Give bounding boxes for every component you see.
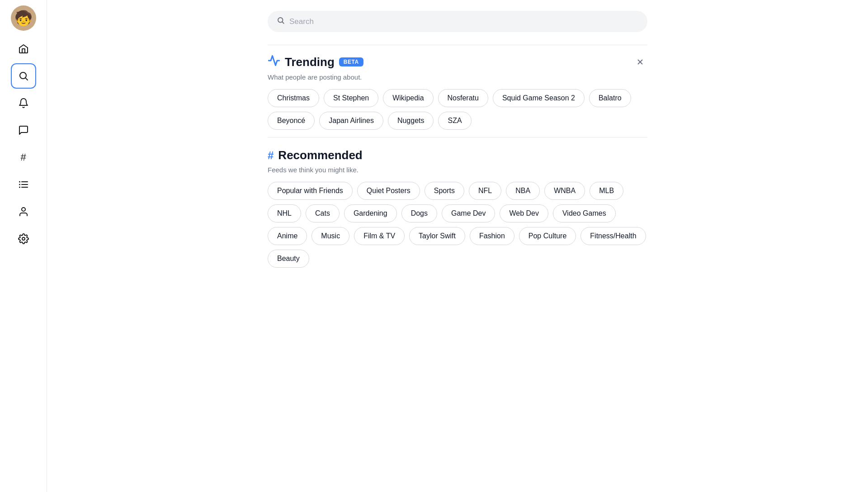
recommended-tag[interactable]: Film & TV <box>354 227 405 245</box>
trending-tag[interactable]: Wikipedia <box>383 89 433 107</box>
trending-tag[interactable]: Nuggets <box>388 112 434 130</box>
trending-tag[interactable]: Beyoncé <box>268 112 315 130</box>
svg-point-0 <box>20 72 26 79</box>
trending-tag[interactable]: Balatro <box>589 89 631 107</box>
trending-header: Trending BETA <box>268 54 647 70</box>
trending-tag[interactable]: Squid Game Season 2 <box>493 89 585 107</box>
recommended-tag[interactable]: Pop Culture <box>519 227 576 245</box>
trending-title-wrap: Trending BETA <box>268 54 363 70</box>
trending-tag[interactable]: Nosferatu <box>438 89 488 107</box>
sidebar-item-settings[interactable] <box>11 226 36 251</box>
recommended-tag[interactable]: Cats <box>306 204 340 222</box>
trending-tag[interactable]: Christmas <box>268 89 319 107</box>
recommended-tag[interactable]: MLB <box>590 182 623 200</box>
trending-tag[interactable]: St Stephen <box>324 89 378 107</box>
sidebar-item-home[interactable] <box>11 36 36 62</box>
sidebar-item-feeds[interactable]: # <box>11 145 36 170</box>
recommended-tag[interactable]: Dogs <box>401 204 437 222</box>
svg-line-1 <box>25 78 27 80</box>
recommended-tag[interactable]: NHL <box>268 204 301 222</box>
svg-point-6 <box>19 184 20 185</box>
sidebar-item-messages[interactable] <box>11 118 36 143</box>
trending-wave-icon <box>268 54 280 70</box>
svg-point-5 <box>19 181 20 183</box>
content-panel: Search Trending BETA <box>268 0 647 286</box>
search-bar[interactable]: Search <box>268 11 647 32</box>
recommended-tag[interactable]: Quiet Posters <box>357 182 420 200</box>
recommended-tag[interactable]: Fashion <box>470 227 514 245</box>
recommended-tag[interactable]: Gardening <box>344 204 397 222</box>
recommended-tag[interactable]: Beauty <box>268 250 309 268</box>
sidebar-item-profile[interactable] <box>11 199 36 224</box>
trending-tag[interactable]: Japan Airlines <box>319 112 383 130</box>
recommended-tag[interactable]: Web Dev <box>500 204 548 222</box>
trending-tag[interactable]: SZA <box>438 112 471 130</box>
recommended-tag[interactable]: Anime <box>268 227 307 245</box>
recommended-tags: Popular with FriendsQuiet PostersSportsN… <box>268 182 647 268</box>
svg-line-11 <box>282 22 283 23</box>
recommended-tag[interactable]: Music <box>311 227 349 245</box>
recommended-header: # Recommended <box>268 148 647 162</box>
sidebar-item-lists[interactable] <box>11 172 36 197</box>
recommended-tag[interactable]: Sports <box>425 182 464 200</box>
trending-description: What people are posting about. <box>268 73 647 81</box>
recommended-title-wrap: # Recommended <box>268 148 363 162</box>
recommended-tag[interactable]: Game Dev <box>442 204 495 222</box>
recommended-tag[interactable]: NBA <box>506 182 540 200</box>
recommended-section: # Recommended Feeds we think you might l… <box>268 137 647 275</box>
search-placeholder: Search <box>289 17 314 26</box>
recommended-tag[interactable]: Fitness/Health <box>580 227 646 245</box>
search-icon <box>277 16 285 27</box>
svg-point-7 <box>19 187 20 188</box>
trending-title: Trending <box>285 55 335 69</box>
recommended-tag[interactable]: Taylor Swift <box>409 227 465 245</box>
trending-section: Trending BETA What people are posting ab… <box>268 45 647 137</box>
recommended-title: Recommended <box>278 148 362 162</box>
hash-icon: # <box>268 149 274 162</box>
sidebar-item-search[interactable] <box>11 63 36 89</box>
svg-point-9 <box>22 237 25 240</box>
sidebar: 🧒 # <box>0 0 47 492</box>
recommended-tag[interactable]: WNBA <box>544 182 585 200</box>
svg-point-8 <box>22 208 25 211</box>
recommended-tag[interactable]: Video Games <box>553 204 616 222</box>
beta-badge: BETA <box>339 57 363 66</box>
recommended-tag[interactable]: NFL <box>469 182 501 200</box>
avatar[interactable]: 🧒 <box>11 5 36 31</box>
close-trending-button[interactable] <box>633 55 647 69</box>
main-content: Search Trending BETA <box>47 0 868 492</box>
sidebar-item-notifications[interactable] <box>11 90 36 116</box>
recommended-description: Feeds we think you might like. <box>268 166 647 174</box>
recommended-tag[interactable]: Popular with Friends <box>268 182 353 200</box>
trending-tags: ChristmasSt StephenWikipediaNosferatuSqu… <box>268 89 647 130</box>
